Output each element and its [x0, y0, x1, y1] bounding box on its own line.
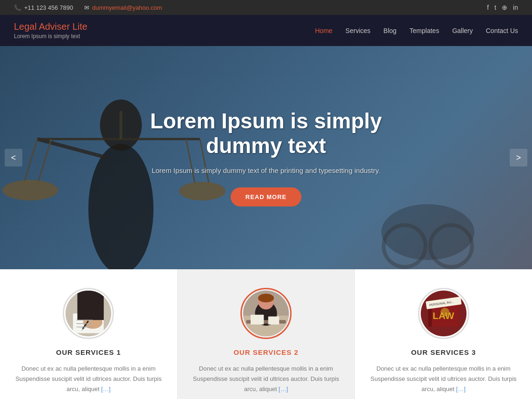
nav-contact[interactable]: Contact Us	[486, 27, 518, 34]
phone-number: +11 123 456 7890	[24, 4, 73, 11]
service-readmore-link-3[interactable]: […]	[456, 386, 466, 392]
service-readmore-link-1[interactable]: […]	[101, 386, 110, 392]
svg-point-29	[258, 293, 274, 302]
hero-subtitle: Lorem Ipsum is simply dummy text of the …	[150, 166, 382, 174]
svg-point-40	[440, 308, 449, 317]
svg-rect-32	[268, 317, 279, 325]
service-title-3: OUR SERVICES 3	[369, 348, 518, 356]
logo-title: Legal Adviser Lite	[14, 21, 87, 32]
next-slide-button[interactable]: >	[510, 149, 527, 166]
service-image-2	[240, 288, 292, 339]
email-contact: ✉ dummyemail@yahoo.com	[84, 4, 162, 11]
svg-rect-31	[251, 315, 264, 325]
email-icon: ✉	[84, 4, 89, 11]
twitter-icon[interactable]: t	[494, 4, 496, 11]
services-section: OUR SERVICES 1 Donec ut ex ac nulla pell…	[0, 269, 532, 399]
service-card-3: LAW PERSONAL INJ... OUR SERVICES 3 Donec…	[355, 269, 532, 399]
service-readmore-link-2[interactable]: […]	[279, 386, 288, 392]
svg-point-6	[2, 180, 58, 200]
hero-section: < Lorem Ipsum is simply dummy text Lorem…	[0, 46, 532, 269]
service-desc-3: Donec ut ex ac nulla pellentesque mollis…	[369, 364, 518, 394]
service-img-svg-2	[242, 288, 290, 339]
service-card-1: OUR SERVICES 1 Donec ut ex ac nulla pell…	[0, 269, 178, 399]
prev-slide-button[interactable]: <	[5, 149, 22, 166]
top-bar: 📞 +11 123 456 7890 ✉ dummyemail@yahoo.co…	[0, 0, 532, 15]
social-links: f t ⊕ in	[487, 4, 518, 11]
facebook-icon[interactable]: f	[487, 4, 489, 11]
service-image-1	[63, 288, 114, 339]
top-bar-contacts: 📞 +11 123 456 7890 ✉ dummyemail@yahoo.co…	[14, 4, 162, 11]
logo-main-text: Legal Adviser	[14, 21, 70, 32]
service-title-2: OUR SERVICES 2	[192, 348, 341, 356]
svg-line-5	[23, 139, 37, 186]
logo-subtitle: Lorem Ipsum is simply text	[14, 33, 87, 40]
hero-title: Lorem Ipsum is simply dummy text	[150, 109, 382, 158]
logo: Legal Adviser Lite Lorem Ipsum is simply…	[14, 21, 87, 40]
hero-content: Lorem Ipsum is simply dummy text Lorem I…	[150, 109, 382, 206]
main-nav: Home Services Blog Templates Gallery Con…	[315, 27, 519, 34]
service-image-3: LAW PERSONAL INJ...	[418, 288, 469, 339]
nav-gallery[interactable]: Gallery	[452, 27, 472, 34]
nav-blog[interactable]: Blog	[384, 27, 397, 34]
phone-contact: 📞 +11 123 456 7890	[14, 4, 73, 11]
svg-line-4	[37, 139, 51, 186]
service-img-svg-1	[64, 288, 113, 339]
svg-point-0	[88, 144, 153, 269]
nav-home[interactable]: Home	[315, 27, 332, 34]
service-img-svg-3: LAW PERSONAL INJ...	[419, 288, 468, 339]
svg-point-11	[381, 204, 474, 260]
site-header: Legal Adviser Lite Lorem Ipsum is simply…	[0, 15, 532, 46]
hero-cta-button[interactable]: READ MORE	[231, 187, 301, 206]
googleplus-icon[interactable]: ⊕	[502, 4, 507, 11]
linkedin-icon[interactable]: in	[513, 4, 518, 11]
service-desc-2: Donec ut ex ac nulla pellentesque mollis…	[192, 364, 341, 394]
service-title-1: OUR SERVICES 1	[14, 348, 163, 356]
phone-icon: 📞	[14, 4, 21, 11]
email-link[interactable]: dummyemail@yahoo.com	[92, 4, 162, 11]
svg-rect-18	[78, 289, 104, 320]
logo-highlight-text: Lite	[73, 21, 87, 32]
service-desc-1: Donec ut ex ac nulla pellentesque mollis…	[14, 364, 163, 394]
nav-templates[interactable]: Templates	[410, 27, 439, 34]
nav-services[interactable]: Services	[346, 27, 371, 34]
service-card-2: OUR SERVICES 2 Donec ut ex ac nulla pell…	[178, 269, 355, 399]
